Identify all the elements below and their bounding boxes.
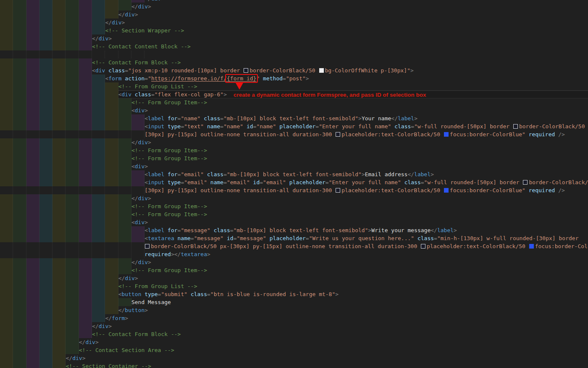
code-line[interactable]: <!-- Contact Content Block --> — [0, 42, 588, 50]
code-line[interactable]: <!-- Form Group Item--> — [0, 266, 588, 274]
code-line[interactable]: <!-- Section Wrapper --> — [0, 26, 588, 34]
code-line[interactable]: <button type="submit" class="btn is-blue… — [0, 290, 588, 298]
code-line[interactable]: <input type="email" name="email" id="ema… — [0, 178, 588, 186]
code-line[interactable]: <label for="name" class="mb-[10px] block… — [0, 114, 588, 122]
code-line[interactable]: <form action="https://formspree.io/f/{fo… — [0, 74, 588, 82]
token-a: class — [210, 227, 230, 233]
code-line[interactable]: </div> — [0, 338, 588, 346]
indent-guide — [39, 98, 52, 106]
indent-guide — [66, 26, 79, 34]
code-line[interactable]: <div> — [0, 218, 588, 226]
token-p: > — [148, 195, 151, 201]
token-s: "message" — [194, 235, 223, 241]
code-line[interactable]: <!-- From Group List --> — [0, 282, 588, 290]
token-s: placeholder:text-ColorBlack/50 — [341, 131, 444, 138]
indent-guide — [13, 258, 26, 266]
token-s: "name" — [256, 123, 276, 130]
code-line[interactable]: </div> — [0, 11, 588, 19]
code-line[interactable]: <!-- Section Container --> — [0, 362, 588, 368]
code-line[interactable]: </div> — [0, 19, 588, 26]
token-a: for — [164, 115, 177, 122]
indent-guide — [105, 242, 118, 250]
code-line[interactable]: <!-- From Group List --> — [0, 82, 588, 90]
indent-guide — [52, 98, 66, 106]
code-line[interactable]: <!-- Form Group Item--> — [0, 98, 588, 106]
indent-guide — [13, 322, 26, 330]
indent-guide — [105, 98, 118, 106]
code-line[interactable]: </div> — [0, 354, 588, 362]
code-line[interactable]: </div> — [0, 138, 588, 146]
code-line[interactable]: <div> — [0, 106, 588, 114]
color-swatch — [145, 244, 150, 249]
indent-guide — [26, 138, 39, 146]
code-line[interactable]: </div> — [0, 274, 588, 282]
indent-guide — [66, 186, 79, 194]
indent-guide — [26, 290, 39, 298]
indent-guide — [0, 26, 13, 34]
token-p: = — [434, 235, 437, 241]
code-line[interactable]: <!-- Form Group Item--> — [0, 154, 588, 162]
code-line[interactable]: <!-- Contact Form Block --> — [0, 330, 588, 338]
code-line[interactable]: <label for="message" class="mb-[10px] bl… — [0, 226, 588, 234]
indent-guide — [52, 130, 66, 138]
indent-guide — [105, 146, 118, 154]
indent-guide — [26, 258, 39, 266]
indent-guide — [39, 258, 52, 266]
token-p: </ — [66, 355, 72, 361]
code-line[interactable]: </div> — [0, 3, 588, 11]
code-line[interactable]: </form> — [0, 314, 588, 322]
code-line[interactable]: <textarea name="message" id="message" pl… — [0, 234, 588, 242]
indent-guide — [39, 19, 52, 26]
code-line[interactable]: </div> — [0, 322, 588, 330]
code-line[interactable]: </div> — [0, 194, 588, 202]
code-line[interactable]: <!-- Contact Form Block --> — [0, 58, 588, 66]
indent-guide — [39, 26, 52, 34]
token-a: action — [122, 75, 145, 82]
indent-guide — [118, 50, 131, 58]
code-line[interactable]: <div> — [0, 162, 588, 170]
indent-guide — [39, 194, 52, 202]
indent-guide — [79, 114, 92, 122]
code-line[interactable]: <input type="text" name="name" id="name"… — [0, 122, 588, 130]
token-s: focus:border-ColorBlue" — [535, 243, 588, 249]
code-line[interactable]: Send Message — [0, 298, 588, 306]
indent-guide — [92, 210, 105, 218]
indent-guide — [13, 90, 26, 98]
indent-guide — [105, 234, 118, 242]
code-line[interactable]: <label for="email" class="mb-[10px] bloc… — [0, 170, 588, 178]
code-line[interactable]: <div class="jos xm:p-10 rounded-[10px] b… — [0, 66, 588, 74]
code-line[interactable]: [30px] py-[15px] outline-none transition… — [0, 130, 588, 138]
indent-guide — [39, 186, 52, 194]
code-line[interactable] — [0, 50, 588, 58]
indent-guide — [13, 250, 26, 258]
indent-guide — [105, 210, 118, 218]
code-editor[interactable]: </div></div></div></div><!-- Section Wra… — [0, 0, 588, 368]
indent-guide — [92, 186, 105, 194]
token-c: <!-- Form Group Item--> — [131, 203, 207, 209]
indent-guide — [66, 58, 79, 66]
token-x: Your name — [362, 115, 391, 122]
code-line[interactable]: <!-- Form Group Item--> — [0, 210, 588, 218]
indent-guide — [79, 162, 92, 170]
indent-guide — [52, 170, 66, 178]
indent-guide — [52, 346, 66, 354]
code-line[interactable]: </button> — [0, 306, 588, 314]
indent-guide — [131, 178, 144, 186]
code-line[interactable]: border-ColorBlack/50 px-[30px] py-[15px]… — [0, 242, 588, 250]
token-p: > — [125, 315, 128, 321]
indent-guide — [118, 210, 131, 218]
code-line[interactable]: </div> — [0, 258, 588, 266]
token-t: button — [122, 291, 142, 297]
code-line[interactable]: [30px] py-[15px] outline-none transition… — [0, 186, 588, 194]
code-line[interactable]: <!-- Form Group Item--> — [0, 202, 588, 210]
code-line[interactable]: <!-- Form Group Item--> — [0, 146, 588, 154]
indent-guide — [92, 274, 105, 282]
indent-guide — [0, 130, 13, 138]
code-line[interactable]: <!-- Contact Section Area --> — [0, 346, 588, 354]
indent-guide — [13, 330, 26, 338]
indent-guide — [118, 162, 131, 170]
token-a: type — [164, 123, 181, 130]
indent-guide — [66, 338, 79, 346]
code-line[interactable]: </div> — [0, 34, 588, 42]
code-line[interactable]: required></textarea> — [0, 250, 588, 258]
